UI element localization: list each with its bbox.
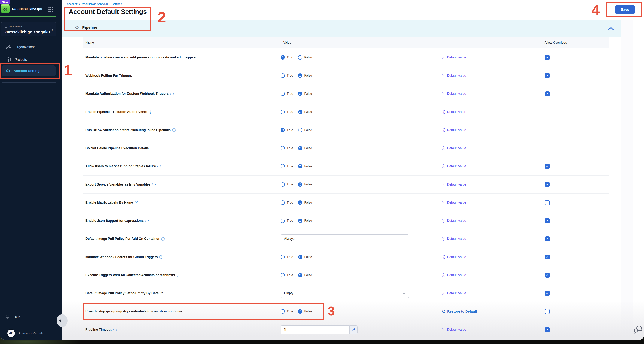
sidebar-item-account-settings[interactable]: ⚙ Account Settings xyxy=(2,65,56,76)
scrollbar-gutter[interactable] xyxy=(621,20,633,340)
info-icon[interactable]: i xyxy=(170,92,174,95)
setting-action-cell: iDefault value xyxy=(442,248,466,266)
default-value-link[interactable]: iDefault value xyxy=(442,92,466,96)
svg-text:?: ? xyxy=(7,315,8,318)
radio-false[interactable] xyxy=(298,74,302,78)
override-checkbox-checked[interactable]: ✓ xyxy=(545,55,550,60)
default-value-link[interactable]: iDefault value xyxy=(442,128,466,132)
radio-false[interactable] xyxy=(298,200,302,205)
sidebar-item-organizations[interactable]: Organizations xyxy=(2,42,56,52)
override-checkbox-checked[interactable]: ✓ xyxy=(545,273,550,278)
info-icon[interactable]: i xyxy=(161,237,164,241)
info-icon[interactable]: i xyxy=(152,183,156,186)
radio-false-label: False xyxy=(304,110,312,114)
layers-icon: ▤ xyxy=(5,25,7,28)
info-icon[interactable]: i xyxy=(113,328,117,331)
default-value-link[interactable]: iDefault value xyxy=(442,219,466,223)
user-profile[interactable]: AP Animesh Pathak xyxy=(7,329,43,337)
radio-false-label: False xyxy=(304,92,312,96)
resource-center-chat-icon[interactable] xyxy=(633,325,643,334)
setting-action-cell: iDefault value xyxy=(442,49,466,67)
default-value-link[interactable]: iDefault value xyxy=(442,273,466,277)
info-icon[interactable]: i xyxy=(149,110,152,113)
default-value-link[interactable]: iDefault value xyxy=(442,110,466,114)
database-devops-logo-icon[interactable]: ∞ xyxy=(1,5,10,13)
radio-false[interactable] xyxy=(298,110,302,114)
timeout-input[interactable] xyxy=(280,325,350,334)
override-checkbox-checked[interactable]: ✓ xyxy=(545,327,550,332)
radio-true[interactable] xyxy=(280,92,285,96)
breadcrumb-account-link[interactable]: Account: kurosakiichigo.songoku xyxy=(67,2,108,6)
breadcrumb-settings-link[interactable]: Settings xyxy=(112,2,122,6)
pipeline-section-header[interactable]: ⚙ Pipeline xyxy=(62,20,621,37)
radio-true[interactable] xyxy=(280,219,285,223)
module-switcher-icon[interactable] xyxy=(48,7,54,12)
default-value-link[interactable]: iDefault value xyxy=(442,291,466,295)
value-dropdown[interactable]: Empty xyxy=(280,289,409,298)
pin-icon[interactable] xyxy=(350,325,358,334)
radio-false[interactable] xyxy=(298,164,302,168)
override-checkbox-unchecked[interactable] xyxy=(545,200,550,205)
override-checkbox-checked[interactable]: ✓ xyxy=(545,164,550,169)
restore-to-default-link[interactable]: ↺Restore to Default xyxy=(442,309,477,314)
override-checkbox-checked[interactable]: ✓ xyxy=(545,182,550,187)
radio-true[interactable] xyxy=(280,74,285,78)
info-icon[interactable]: i xyxy=(176,273,180,277)
value-dropdown[interactable]: Always xyxy=(280,234,409,243)
info-circle-icon: i xyxy=(442,219,446,223)
radio-false[interactable] xyxy=(298,273,302,277)
override-checkbox-checked[interactable]: ✓ xyxy=(545,91,550,96)
default-value-link[interactable]: iDefault value xyxy=(442,237,466,241)
radio-true[interactable] xyxy=(280,309,285,313)
setting-value-cell: Always xyxy=(280,230,409,248)
radio-true[interactable] xyxy=(280,255,285,259)
sidebar-collapse-handle[interactable] xyxy=(57,314,68,327)
default-value-link[interactable]: iDefault value xyxy=(442,255,466,259)
radio-true[interactable] xyxy=(280,128,285,132)
radio-false[interactable] xyxy=(298,55,302,60)
radio-true[interactable] xyxy=(280,55,285,60)
radio-true[interactable] xyxy=(280,200,285,205)
radio-false[interactable] xyxy=(298,182,302,187)
override-checkbox-checked[interactable]: ✓ xyxy=(545,218,550,223)
radio-false[interactable] xyxy=(298,219,302,223)
info-icon[interactable]: i xyxy=(135,201,138,204)
default-value-link[interactable]: iDefault value xyxy=(442,146,466,150)
radio-true[interactable] xyxy=(280,273,285,277)
override-checkbox-checked[interactable]: ✓ xyxy=(545,73,550,78)
default-value-link[interactable]: iDefault value xyxy=(442,74,466,78)
radio-false[interactable] xyxy=(298,146,302,150)
collapse-section-chevron-up-icon[interactable] xyxy=(608,27,614,31)
default-value-link[interactable]: iDefault value xyxy=(442,55,466,59)
radio-true[interactable] xyxy=(280,110,285,114)
info-icon[interactable]: i xyxy=(158,165,161,168)
default-value-link[interactable]: iDefault value xyxy=(442,183,466,187)
setting-name: Enable Pipeline Execution Audit Events xyxy=(86,110,147,114)
info-icon[interactable]: i xyxy=(160,255,163,259)
override-checkbox-checked[interactable]: ✓ xyxy=(545,237,550,241)
info-icon[interactable]: i xyxy=(145,219,148,222)
help-button[interactable]: ? Help xyxy=(5,315,20,319)
radio-true[interactable] xyxy=(280,146,285,150)
radio-true[interactable] xyxy=(280,164,285,168)
table-row: Provide step group registry credentials … xyxy=(82,302,609,321)
table-header: Name Value Allow Overrides xyxy=(82,37,609,49)
radio-false[interactable] xyxy=(298,128,302,132)
radio-true[interactable] xyxy=(280,182,285,187)
default-value-link[interactable]: iDefault value xyxy=(442,164,466,168)
account-selector[interactable]: ▤ ACCOUNT kurosakiichigo.songoku › xyxy=(1,22,56,37)
default-value-link[interactable]: iDefault value xyxy=(442,328,466,331)
save-button[interactable]: Save xyxy=(616,5,634,14)
sidebar-item-projects[interactable]: Projects xyxy=(2,54,56,65)
setting-action-cell: iDefault value xyxy=(442,157,466,176)
radio-false[interactable] xyxy=(298,92,302,96)
override-checkbox-checked[interactable]: ✓ xyxy=(545,255,550,259)
override-checkbox-unchecked[interactable] xyxy=(545,309,550,314)
settings-rows: Mandate pipeline create and edit permiss… xyxy=(82,49,609,339)
radio-false[interactable] xyxy=(298,255,302,259)
info-icon[interactable]: i xyxy=(172,128,176,132)
setting-value-cell: TrueFalse xyxy=(280,49,317,67)
override-checkbox-checked[interactable]: ✓ xyxy=(545,291,550,296)
radio-false[interactable] xyxy=(298,309,302,313)
default-value-link[interactable]: iDefault value xyxy=(442,201,466,205)
